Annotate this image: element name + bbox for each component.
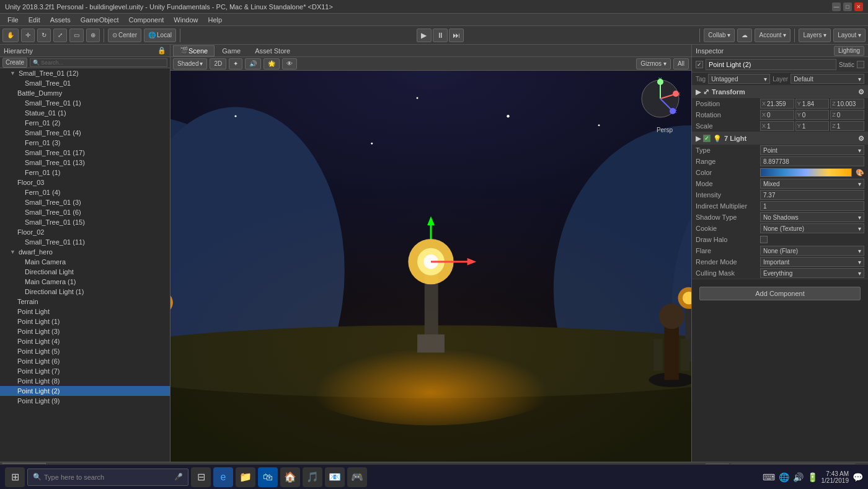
notifications-icon[interactable]: 💬 xyxy=(852,472,863,482)
task-view-btn[interactable]: ⊟ xyxy=(191,467,211,487)
hierarchy-item[interactable]: ▶Main Camera xyxy=(0,257,170,267)
object-enabled-checkbox[interactable]: ✓ xyxy=(696,61,703,68)
hierarchy-item[interactable]: ▶Small_Tree_01 (4) xyxy=(0,128,170,138)
hierarchy-item[interactable]: ▶Directional Light (1) xyxy=(0,287,170,297)
layer-dropdown[interactable]: Default ▾ xyxy=(790,74,864,84)
hierarchy-item[interactable]: ▶Point Light xyxy=(0,307,170,316)
scale-tool[interactable]: ⤢ xyxy=(53,29,67,42)
hierarchy-item[interactable]: ▶Fern_01 (2) xyxy=(0,118,170,128)
home-icon[interactable]: 🏠 xyxy=(280,467,300,487)
battery-icon[interactable]: 🔋 xyxy=(807,472,818,482)
tab-scene[interactable]: 🎬 Scene xyxy=(173,45,215,56)
hierarchy-item[interactable]: ▶Point Light (7) xyxy=(0,366,170,376)
hierarchy-item[interactable]: ▶Point Light (4) xyxy=(0,336,170,346)
cookie-dropdown[interactable]: None (Texture) ▾ xyxy=(760,223,864,233)
static-checkbox[interactable] xyxy=(857,61,864,68)
menu-edit[interactable]: Edit xyxy=(24,15,45,25)
move-tool[interactable]: ✛ xyxy=(21,29,35,42)
pause-button[interactable]: ⏸ xyxy=(433,29,448,42)
start-button[interactable]: ⊞ xyxy=(5,467,25,487)
hierarchy-item[interactable]: ▶Fern_01 (3) xyxy=(0,138,170,148)
menu-assets[interactable]: Assets xyxy=(45,15,76,25)
gizmos-btn[interactable]: Gizmos ▾ xyxy=(636,58,671,70)
hierarchy-item[interactable]: ▶Small_Tree_01 (6) xyxy=(0,207,170,217)
volume-icon[interactable]: 🔊 xyxy=(793,472,804,482)
cloud-btn[interactable]: ☁ xyxy=(737,29,752,42)
menu-window[interactable]: Window xyxy=(169,15,203,25)
scale-y[interactable]: Y1 xyxy=(795,121,830,131)
hierarchy-item[interactable]: ▶Small_Tree_01 (13) xyxy=(0,158,170,168)
scene-fx-btn[interactable]: ✦ xyxy=(229,58,242,70)
hierarchy-item[interactable]: ▶Fern_01 (4) xyxy=(0,187,170,197)
rect-tool[interactable]: ▭ xyxy=(69,29,84,42)
shading-dropdown[interactable]: Shaded ▾ xyxy=(173,58,207,70)
scale-z[interactable]: Z1 xyxy=(830,121,864,131)
account-btn[interactable]: Account ▾ xyxy=(755,29,790,42)
hierarchy-item[interactable]: ▶Directional Light xyxy=(0,267,170,277)
pivot-btn[interactable]: ⊙ Center xyxy=(108,29,141,42)
scene-all-btn[interactable]: All xyxy=(673,58,689,70)
scene-view[interactable]: Y X Z Persp xyxy=(170,71,691,462)
collab-btn[interactable]: Collab ▾ xyxy=(704,29,735,42)
transform-header[interactable]: ▶ ⤢ Transform ⚙ xyxy=(692,86,868,98)
close-button[interactable]: ✕ xyxy=(854,2,863,11)
rendermode-dropdown[interactable]: Important ▾ xyxy=(760,257,864,267)
scene-audio-btn[interactable]: 🔊 xyxy=(245,58,261,70)
color-picker-icon[interactable]: 🎨 xyxy=(856,169,864,177)
shadow-dropdown[interactable]: No Shadows ▾ xyxy=(760,212,864,222)
position-x[interactable]: X21.359 xyxy=(760,99,794,109)
hierarchy-item[interactable]: ▶Floor_02 xyxy=(0,227,170,237)
rotation-x[interactable]: X0 xyxy=(760,110,794,120)
intensity-field[interactable]: 7.37 xyxy=(760,190,864,200)
rotation-y[interactable]: Y0 xyxy=(795,110,830,120)
light-enabled-checkbox[interactable]: ✓ xyxy=(703,135,711,142)
scene-fx2-btn[interactable]: 🌟 xyxy=(264,58,280,70)
position-y[interactable]: Y1.84 xyxy=(795,99,830,109)
scale-x[interactable]: X1 xyxy=(760,121,794,131)
hierarchy-item[interactable]: ▶Point Light (3) xyxy=(0,326,170,336)
hierarchy-item[interactable]: ▶Small_Tree_01 (17) xyxy=(0,148,170,158)
color-swatch[interactable] xyxy=(760,168,852,177)
hierarchy-create-btn[interactable]: Create xyxy=(2,58,27,68)
network-icon[interactable]: 🌐 xyxy=(779,472,789,482)
hierarchy-item[interactable]: ▶Terrain xyxy=(0,297,170,307)
hierarchy-item[interactable]: ▶Small_Tree_01 (3) xyxy=(0,197,170,207)
hierarchy-item[interactable]: ▶Statue_01 (1) xyxy=(0,108,170,118)
hierarchy-item[interactable]: ▶Floor_03 xyxy=(0,177,170,187)
light-header[interactable]: ▶ ✓ 💡 7 Light ⚙ xyxy=(692,132,868,145)
menu-help[interactable]: Help xyxy=(203,15,227,25)
layout-btn[interactable]: Layout ▾ xyxy=(833,29,866,42)
lighting-btn[interactable]: Lighting xyxy=(834,46,864,56)
flare-dropdown[interactable]: None (Flare) ▾ xyxy=(760,246,864,256)
taskbar-search[interactable]: 🔍 Type here to search 🎤 xyxy=(27,469,188,486)
hierarchy-item[interactable]: ▶Small_Tree_01 (1) xyxy=(0,98,170,108)
minimize-button[interactable]: — xyxy=(832,2,841,11)
layers-btn[interactable]: Layers ▾ xyxy=(799,29,831,42)
hierarchy-item[interactable]: ▶Point Light (8) xyxy=(0,376,170,386)
keyboard-icon[interactable]: ⌨ xyxy=(763,472,775,482)
tab-asset-store[interactable]: Asset Store xyxy=(248,45,297,56)
scene-hidden-btn[interactable]: 👁 xyxy=(282,58,297,70)
hierarchy-item[interactable]: ▶Point Light (1) xyxy=(0,316,170,326)
hierarchy-item[interactable]: ▶Fern_01 (1) xyxy=(0,168,170,177)
hand-tool[interactable]: ✋ xyxy=(2,29,19,42)
object-name-field[interactable] xyxy=(706,59,836,70)
hierarchy-item[interactable]: ▶Small_Tree_01 (11) xyxy=(0,237,170,247)
type-dropdown[interactable]: Point ▾ xyxy=(760,145,864,155)
hierarchy-item[interactable]: ▶Small_Tree_01 xyxy=(0,78,170,88)
mail-icon[interactable]: 📧 xyxy=(325,467,345,487)
light-menu-icon[interactable]: ⚙ xyxy=(858,135,864,143)
position-z[interactable]: Z10.003 xyxy=(830,99,864,109)
hierarchy-item[interactable]: ▶Point Light (6) xyxy=(0,356,170,366)
edge-icon[interactable]: e xyxy=(213,467,233,487)
rotate-tool[interactable]: ↻ xyxy=(37,29,51,42)
hierarchy-item[interactable]: ▼dwarf_hero xyxy=(0,247,170,257)
rotation-z[interactable]: Z0 xyxy=(830,110,864,120)
hierarchy-lock-icon[interactable]: 🔒 xyxy=(157,47,166,55)
add-component-btn[interactable]: Add Component xyxy=(699,287,861,300)
game-icon[interactable]: 🎮 xyxy=(347,467,367,487)
hierarchy-item[interactable]: ▶Point Light (9) xyxy=(0,396,170,406)
space-btn[interactable]: 🌐 Local xyxy=(144,29,176,42)
hierarchy-item[interactable]: ▶Main Camera (1) xyxy=(0,277,170,287)
dimension-btn[interactable]: 2D xyxy=(210,58,226,70)
